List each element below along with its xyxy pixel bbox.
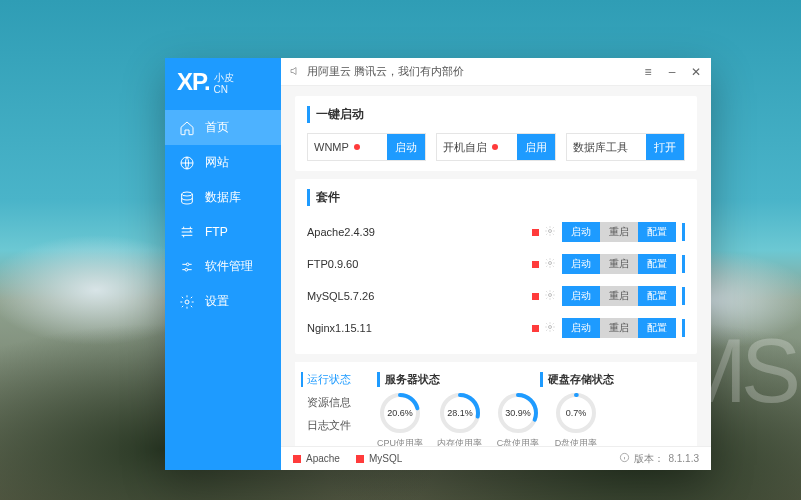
status-dot-icon [532, 293, 539, 300]
logo: XP. 小皮CN [165, 58, 281, 110]
footer: Apache MySQL 版本：8.1.1.3 [281, 446, 711, 470]
service-row: Nginx1.15.11 启动 重启 配置 [307, 312, 685, 344]
service-config-button[interactable]: 配置 [638, 254, 676, 274]
footer-item-label: Apache [306, 453, 340, 464]
sidebar: XP. 小皮CN 首页 网站 数据库 FTP 软件管理 [165, 58, 281, 470]
service-start-button[interactable]: 启动 [562, 222, 600, 242]
service-restart-button[interactable]: 重启 [600, 286, 638, 306]
footer-mysql: MySQL [356, 453, 402, 464]
service-name: FTP0.9.60 [307, 258, 532, 270]
svg-point-4 [185, 300, 189, 304]
gear-icon[interactable] [544, 257, 556, 271]
sidebar-item-label: 首页 [205, 119, 229, 136]
footer-apache: Apache [293, 453, 340, 464]
service-start-button[interactable]: 启动 [562, 254, 600, 274]
database-icon [179, 190, 195, 206]
quickstart-open-button[interactable]: 打开 [646, 134, 684, 160]
home-icon [179, 120, 195, 136]
nav: 首页 网站 数据库 FTP 软件管理 设置 [165, 110, 281, 470]
quickstart-label: 开机自启 [443, 140, 487, 155]
service-start-button[interactable]: 启动 [562, 318, 600, 338]
sidebar-item-website[interactable]: 网站 [165, 145, 281, 180]
sidebar-item-label: FTP [205, 225, 228, 239]
tab-log-files[interactable]: 日志文件 [307, 418, 365, 433]
service-config-button[interactable]: 配置 [638, 286, 676, 306]
tab-run-status[interactable]: 运行状态 [301, 372, 365, 387]
status-dot-icon [532, 229, 539, 236]
sidebar-item-settings[interactable]: 设置 [165, 284, 281, 319]
service-name: MySQL5.7.26 [307, 290, 532, 302]
status-group-disk: 硬盘存储状态 [540, 372, 614, 387]
service-restart-button[interactable]: 重启 [600, 222, 638, 242]
content: 一键启动 WNMP 启动 开机自启 启用 数据库工具 打开 [281, 86, 711, 446]
service-config-button[interactable]: 配置 [638, 222, 676, 242]
svg-point-8 [549, 326, 552, 329]
app-window: XP. 小皮CN 首页 网站 数据库 FTP 软件管理 [165, 58, 711, 470]
quickstart-start-button[interactable]: 启动 [387, 134, 425, 160]
service-accent-bar [682, 287, 685, 305]
quickstart-section: 一键启动 WNMP 启动 开机自启 启用 数据库工具 打开 [295, 96, 697, 171]
info-icon [619, 452, 630, 465]
svg-point-2 [186, 263, 189, 266]
service-row: FTP0.9.60 启动 重启 配置 [307, 248, 685, 280]
service-restart-button[interactable]: 重启 [600, 318, 638, 338]
status-tabs: 运行状态 资源信息 日志文件 [307, 372, 365, 446]
svg-text:30.9%: 30.9% [505, 408, 531, 418]
svg-text:28.1%: 28.1% [447, 408, 473, 418]
footer-version: 版本：8.1.1.3 [619, 452, 699, 466]
logo-sub1: 小皮 [214, 72, 234, 83]
gauge: 0.7% D盘使用率 [554, 391, 598, 446]
status-panel: 运行状态 资源信息 日志文件 服务器状态 硬盘存储状态 20.6% CPU使用率… [295, 362, 697, 446]
gear-icon[interactable] [544, 321, 556, 335]
speaker-icon [289, 65, 301, 79]
gauge: 30.9% C盘使用率 [496, 391, 540, 446]
quickstart-label: 数据库工具 [573, 140, 628, 155]
sidebar-item-home[interactable]: 首页 [165, 110, 281, 145]
service-name: Apache2.4.39 [307, 226, 532, 238]
version-value: 8.1.1.3 [668, 453, 699, 464]
quickstart-enable-button[interactable]: 启用 [517, 134, 555, 160]
globe-icon [179, 155, 195, 171]
sliders-icon [179, 259, 195, 275]
service-config-button[interactable]: 配置 [638, 318, 676, 338]
service-row: MySQL5.7.26 启动 重启 配置 [307, 280, 685, 312]
logo-dot: . [204, 68, 210, 95]
quickstart-dbtool: 数据库工具 打开 [566, 133, 685, 161]
status-group-server: 服务器状态 [377, 372, 440, 387]
svg-point-6 [549, 262, 552, 265]
promo-label: 用阿里云 腾讯云，我们有内部价 [307, 64, 464, 79]
svg-text:20.6%: 20.6% [387, 408, 413, 418]
quickstart-autostart: 开机自启 启用 [436, 133, 555, 161]
gauge-label: 内存使用率 [437, 437, 482, 446]
status-dot-icon [356, 455, 364, 463]
gauge: 20.6% CPU使用率 [377, 391, 423, 446]
sidebar-item-database[interactable]: 数据库 [165, 180, 281, 215]
main-panel: 用阿里云 腾讯云，我们有内部价 ≡ – ✕ 一键启动 WNMP 启动 开机自启 [281, 58, 711, 470]
footer-item-label: MySQL [369, 453, 402, 464]
gear-icon[interactable] [544, 225, 556, 239]
status-dot-icon [354, 144, 360, 150]
gauge-label: CPU使用率 [377, 437, 423, 446]
logo-sub2: CN [214, 84, 228, 95]
tab-resource-info[interactable]: 资源信息 [307, 395, 365, 410]
sidebar-item-software[interactable]: 软件管理 [165, 249, 281, 284]
close-button[interactable]: ✕ [689, 65, 703, 79]
status-dot-icon [532, 261, 539, 268]
service-start-button[interactable]: 启动 [562, 286, 600, 306]
sidebar-item-label: 网站 [205, 154, 229, 171]
titlebar: 用阿里云 腾讯云，我们有内部价 ≡ – ✕ [281, 58, 711, 86]
ftp-icon [179, 224, 195, 240]
gauge-label: C盘使用率 [497, 437, 540, 446]
services-title: 套件 [307, 189, 685, 206]
service-name: Nginx1.15.11 [307, 322, 532, 334]
service-accent-bar [682, 319, 685, 337]
gear-icon[interactable] [544, 289, 556, 303]
sidebar-item-label: 数据库 [205, 189, 241, 206]
service-restart-button[interactable]: 重启 [600, 254, 638, 274]
sidebar-item-ftp[interactable]: FTP [165, 215, 281, 249]
window-controls: ≡ – ✕ [641, 65, 703, 79]
services-section: 套件 Apache2.4.39 启动 重启 配置 FTP0.9.60 启动 重启… [295, 179, 697, 354]
minimize-button[interactable]: – [665, 65, 679, 79]
gear-icon [179, 294, 195, 310]
menu-button[interactable]: ≡ [641, 65, 655, 79]
